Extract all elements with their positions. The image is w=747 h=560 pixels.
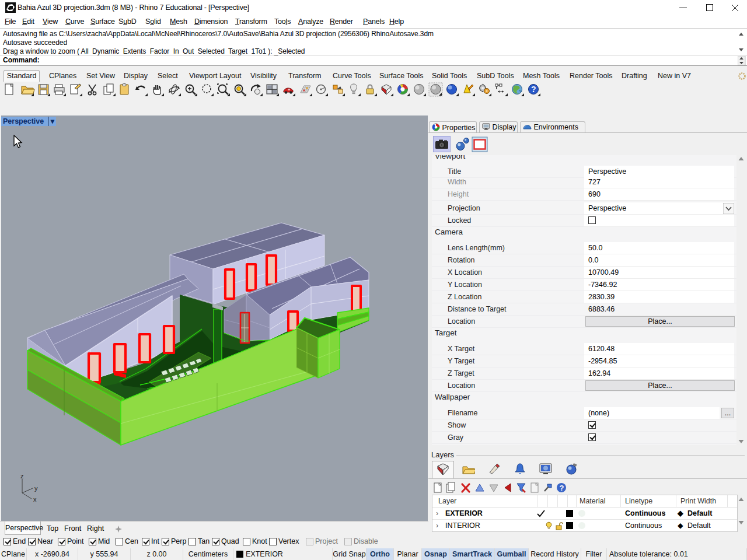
svg-text:x: x <box>33 496 37 503</box>
svg-text:?: ? <box>531 85 536 94</box>
svg-text:z: z <box>20 474 24 480</box>
svg-text:y: y <box>34 485 38 492</box>
svg-text:?: ? <box>560 484 564 492</box>
